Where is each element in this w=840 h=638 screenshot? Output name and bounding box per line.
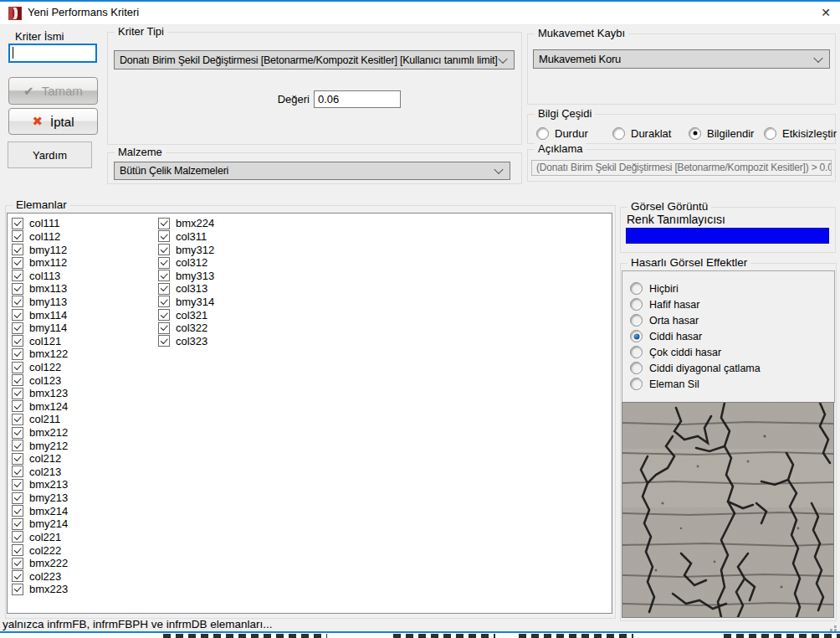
radio-icon[interactable] xyxy=(536,127,549,140)
checkbox-checked-icon[interactable] xyxy=(12,584,23,595)
element-row[interactable]: bmx223 xyxy=(12,583,68,596)
checkbox-checked-icon[interactable] xyxy=(158,244,170,255)
element-row[interactable]: bmx112 xyxy=(12,256,68,270)
radio-icon[interactable] xyxy=(612,127,625,140)
checkbox-checked-icon[interactable] xyxy=(12,558,23,569)
checkbox-checked-icon[interactable] xyxy=(12,518,23,530)
element-row[interactable]: bmx114 xyxy=(12,308,68,322)
radio-icon[interactable] xyxy=(630,378,643,390)
element-row[interactable]: col111 xyxy=(12,217,68,230)
element-row[interactable]: col211 xyxy=(12,413,68,426)
checkbox-checked-icon[interactable] xyxy=(12,257,23,269)
radio-icon[interactable] xyxy=(630,330,643,342)
checkbox-checked-icon[interactable] xyxy=(12,440,23,451)
radio-icon[interactable] xyxy=(630,298,643,311)
checkbox-checked-icon[interactable] xyxy=(12,505,23,517)
element-row[interactable]: bmy214 xyxy=(12,517,68,531)
element-row[interactable]: col113 xyxy=(12,269,68,282)
element-row[interactable]: bmx123 xyxy=(12,387,68,400)
titlebar[interactable]: Yeni Performans Kriteri ✕ xyxy=(0,2,840,25)
checkbox-checked-icon[interactable] xyxy=(12,230,23,242)
element-row[interactable]: bmx212 xyxy=(12,426,68,440)
checkbox-checked-icon[interactable] xyxy=(12,283,23,295)
element-row[interactable]: col321 xyxy=(158,308,214,322)
color-identifier-bar[interactable] xyxy=(626,228,829,244)
damage-effect-option[interactable]: Ciddi hasar xyxy=(630,328,761,344)
element-row[interactable]: bmy312 xyxy=(158,243,214,256)
close-button[interactable]: ✕ xyxy=(812,2,840,24)
element-row[interactable]: bmy313 xyxy=(158,269,214,282)
checkbox-checked-icon[interactable] xyxy=(158,335,170,347)
element-row[interactable]: bmx124 xyxy=(12,400,68,414)
checkbox-checked-icon[interactable] xyxy=(12,374,23,386)
element-row[interactable]: bmy212 xyxy=(12,439,68,452)
element-row[interactable]: bmy113 xyxy=(12,296,68,309)
element-row[interactable]: col312 xyxy=(158,256,214,270)
checkbox-checked-icon[interactable] xyxy=(12,296,23,307)
radio-icon[interactable] xyxy=(630,362,643,374)
element-row[interactable]: col213 xyxy=(12,466,68,479)
checkbox-checked-icon[interactable] xyxy=(12,427,23,439)
damage-effect-option[interactable]: Hafif hasar xyxy=(630,296,761,312)
checkbox-checked-icon[interactable] xyxy=(12,466,23,477)
element-row[interactable]: bmx122 xyxy=(12,347,68,361)
bilgi-cesidi-option[interactable]: Bilgilendir xyxy=(689,126,754,140)
checkbox-checked-icon[interactable] xyxy=(158,283,170,295)
malzeme-dropdown[interactable]: Bütün Çelik Malzemeleri xyxy=(114,162,510,180)
checkbox-checked-icon[interactable] xyxy=(12,400,23,412)
checkbox-checked-icon[interactable] xyxy=(12,453,23,465)
checkbox-checked-icon[interactable] xyxy=(12,492,23,504)
checkbox-checked-icon[interactable] xyxy=(12,388,23,399)
element-row[interactable]: bmy114 xyxy=(12,322,68,335)
checkbox-checked-icon[interactable] xyxy=(12,218,23,229)
radio-icon[interactable] xyxy=(630,282,643,295)
iptal-button[interactable]: ✖ İptal xyxy=(8,108,98,135)
degeri-input[interactable] xyxy=(314,90,401,108)
element-row[interactable]: bmx224 xyxy=(158,217,214,230)
tamam-button[interactable]: ✔ Tamam xyxy=(8,77,98,105)
element-row[interactable]: bmx213 xyxy=(12,478,68,491)
element-row[interactable]: bmy112 xyxy=(12,243,68,256)
checkbox-checked-icon[interactable] xyxy=(12,244,23,255)
checkbox-checked-icon[interactable] xyxy=(12,570,23,582)
damage-effect-option[interactable]: Orta hasar xyxy=(630,312,761,328)
element-row[interactable]: bmx214 xyxy=(12,504,68,517)
radio-icon[interactable] xyxy=(630,346,643,358)
element-row[interactable]: col223 xyxy=(12,569,68,583)
bilgi-cesidi-option[interactable]: Durdur xyxy=(536,126,588,140)
element-row[interactable]: col122 xyxy=(12,361,68,374)
bilgi-cesidi-option[interactable]: Duraklat xyxy=(612,126,671,140)
element-row[interactable]: col323 xyxy=(158,334,214,347)
checkbox-checked-icon[interactable] xyxy=(158,309,170,321)
yardim-button[interactable]: Yardım xyxy=(8,141,92,168)
checkbox-checked-icon[interactable] xyxy=(12,544,23,556)
element-row[interactable]: col212 xyxy=(12,452,68,466)
element-row[interactable]: col123 xyxy=(12,373,68,387)
element-row[interactable]: bmy314 xyxy=(158,296,214,309)
checkbox-checked-icon[interactable] xyxy=(12,322,23,334)
element-row[interactable]: col322 xyxy=(158,322,214,335)
element-row[interactable]: col222 xyxy=(12,543,68,557)
checkbox-checked-icon[interactable] xyxy=(12,414,23,425)
radio-icon[interactable] xyxy=(764,127,776,140)
element-row[interactable]: col112 xyxy=(12,230,68,244)
checkbox-checked-icon[interactable] xyxy=(12,531,23,543)
checkbox-checked-icon[interactable] xyxy=(158,230,170,242)
bilgi-cesidi-option[interactable]: Etkisizleştir xyxy=(764,126,837,140)
mukavemet-kaybi-dropdown[interactable]: Mukavemeti Koru xyxy=(533,49,830,69)
checkbox-checked-icon[interactable] xyxy=(12,309,23,321)
element-row[interactable]: col311 xyxy=(158,230,214,244)
checkbox-checked-icon[interactable] xyxy=(158,218,170,229)
checkbox-checked-icon[interactable] xyxy=(158,270,170,281)
damage-effect-option[interactable]: Çok ciddi hasar xyxy=(630,344,761,360)
element-row[interactable]: col121 xyxy=(12,334,68,347)
checkbox-checked-icon[interactable] xyxy=(158,296,170,307)
damage-effect-option[interactable]: Eleman Sil xyxy=(630,376,761,392)
checkbox-checked-icon[interactable] xyxy=(158,322,170,334)
element-row[interactable]: bmx222 xyxy=(12,557,68,570)
checkbox-checked-icon[interactable] xyxy=(12,270,23,281)
kriter-ismi-input[interactable] xyxy=(8,44,97,63)
elemanlar-listbox[interactable]: col111 col112 bmy112 bmx112 xyxy=(7,213,612,614)
radio-icon[interactable] xyxy=(689,127,701,140)
element-row[interactable]: col221 xyxy=(12,531,68,544)
